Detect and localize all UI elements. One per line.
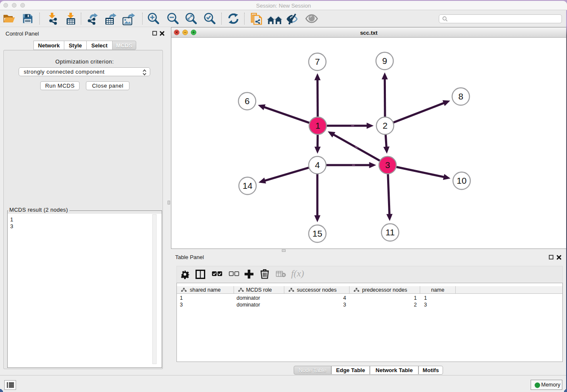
svg-text:10: 10 — [457, 176, 466, 185]
svg-text:2: 2 — [383, 121, 388, 130]
svg-text:9: 9 — [382, 56, 387, 66]
svg-text:1: 1 — [315, 121, 320, 130]
svg-text:8: 8 — [458, 91, 463, 101]
svg-text:11: 11 — [385, 227, 395, 237]
svg-text:7: 7 — [315, 57, 320, 66]
svg-text:15: 15 — [312, 229, 322, 238]
svg-text:4: 4 — [315, 160, 320, 170]
svg-text:6: 6 — [245, 96, 250, 106]
svg-text:3: 3 — [385, 160, 390, 170]
svg-text:14: 14 — [242, 181, 253, 190]
